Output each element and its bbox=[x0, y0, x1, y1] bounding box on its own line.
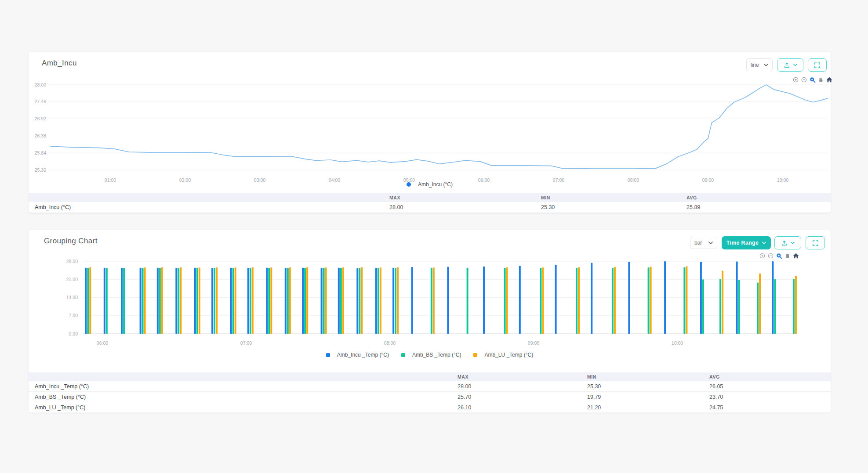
stats-table: MAX MIN AVG Amb_Incu _Temp (°C) 28.00 25… bbox=[29, 372, 831, 413]
stats-table: MAX MIN AVG Amb_Incu (°C) 28.00 25.30 25… bbox=[29, 193, 831, 213]
row-label: Amb_Incu _Temp (°C) bbox=[29, 383, 458, 390]
legend-square-icon bbox=[473, 353, 477, 357]
row-label: Amb_BS _Temp (°C) bbox=[29, 394, 458, 400]
svg-text:28.00: 28.00 bbox=[66, 259, 78, 264]
table-row: Amb_Incu _Temp (°C) 28.00 25.30 26.05 bbox=[29, 381, 831, 392]
legend: Amb_Incu _Temp (°C) Amb_BS _Temp (°C) Am… bbox=[29, 352, 831, 358]
legend-label: Amb_LU _Temp (°C) bbox=[484, 352, 533, 358]
svg-text:7.00: 7.00 bbox=[69, 313, 78, 318]
svg-text:07:00: 07:00 bbox=[240, 340, 252, 346]
col-max: MAX bbox=[458, 374, 587, 379]
stats-table-header: MAX MIN AVG bbox=[29, 193, 831, 202]
legend-dot-icon bbox=[407, 182, 411, 187]
legend-item-amb-incu-temp[interactable]: Amb_Incu _Temp (°C) bbox=[326, 352, 389, 358]
legend-label: Amb_Incu (°C) bbox=[418, 181, 453, 188]
dashboard: Amb_Incu line bbox=[0, 0, 868, 473]
col-max: MAX bbox=[389, 195, 541, 200]
col-avg: AVG bbox=[709, 374, 831, 379]
svg-text:25.84: 25.84 bbox=[35, 150, 46, 155]
table-row: Amb_BS _Temp (°C) 25.70 19.79 23.70 bbox=[29, 392, 831, 402]
legend-item-amb-lu-temp[interactable]: Amb_LU _Temp (°C) bbox=[473, 352, 533, 358]
max-value: 25.70 bbox=[458, 394, 587, 400]
col-min: MIN bbox=[587, 374, 709, 379]
legend-item-amb-bs-temp[interactable]: Amb_BS _Temp (°C) bbox=[401, 352, 461, 358]
legend-label: Amb_Incu _Temp (°C) bbox=[337, 352, 389, 358]
min-value: 19.79 bbox=[587, 394, 709, 400]
svg-text:25.30: 25.30 bbox=[35, 167, 46, 173]
svg-text:0.00: 0.00 bbox=[69, 331, 78, 336]
min-value: 25.30 bbox=[587, 383, 709, 390]
svg-text:27.46: 27.46 bbox=[35, 99, 46, 104]
svg-text:26.38: 26.38 bbox=[35, 133, 46, 138]
col-avg: AVG bbox=[686, 195, 831, 200]
svg-text:14.00: 14.00 bbox=[66, 295, 78, 300]
avg-value: 26.05 bbox=[709, 383, 831, 390]
legend-square-icon bbox=[326, 353, 330, 357]
legend: Amb_Incu (°C) bbox=[29, 181, 831, 188]
legend-item-amb-incu[interactable]: Amb_Incu (°C) bbox=[407, 181, 453, 188]
panel-amb-incu: Amb_Incu line bbox=[29, 52, 831, 213]
max-value: 28.00 bbox=[458, 383, 587, 390]
bar-chart-canvas[interactable]: 28.0021.0014.007.000.0006:0007:0008:0009… bbox=[29, 230, 831, 350]
line-chart-canvas[interactable]: 28.0027.4626.9226.3825.8425.3001:0002:00… bbox=[29, 52, 831, 184]
svg-text:10:00: 10:00 bbox=[672, 340, 683, 346]
svg-text:21.00: 21.00 bbox=[66, 277, 78, 282]
svg-text:09:00: 09:00 bbox=[528, 340, 539, 346]
min-value: 25.30 bbox=[541, 204, 686, 210]
stats-table-header: MAX MIN AVG bbox=[29, 372, 831, 381]
svg-text:26.92: 26.92 bbox=[35, 116, 46, 121]
svg-text:08:00: 08:00 bbox=[384, 340, 396, 346]
max-value: 28.00 bbox=[389, 204, 541, 210]
avg-value: 25.89 bbox=[686, 204, 831, 210]
max-value: 26.10 bbox=[458, 404, 587, 411]
avg-value: 23.70 bbox=[709, 394, 831, 400]
min-value: 21.20 bbox=[587, 404, 709, 411]
row-label: Amb_Incu (°C) bbox=[29, 204, 389, 210]
legend-label: Amb_BS _Temp (°C) bbox=[412, 352, 461, 358]
panel-grouping-chart: Grouping Chart bar Time Range bbox=[29, 230, 831, 412]
svg-text:06:00: 06:00 bbox=[97, 340, 108, 346]
table-row: Amb_Incu (°C) 28.00 25.30 25.89 bbox=[29, 202, 831, 213]
col-min: MIN bbox=[541, 195, 686, 200]
table-row: Amb_LU _Temp (°C) 26.10 21.20 24.75 bbox=[29, 402, 831, 413]
svg-text:28.00: 28.00 bbox=[35, 82, 46, 87]
avg-value: 24.75 bbox=[709, 404, 831, 411]
legend-square-icon bbox=[401, 353, 405, 357]
row-label: Amb_LU _Temp (°C) bbox=[29, 404, 458, 411]
